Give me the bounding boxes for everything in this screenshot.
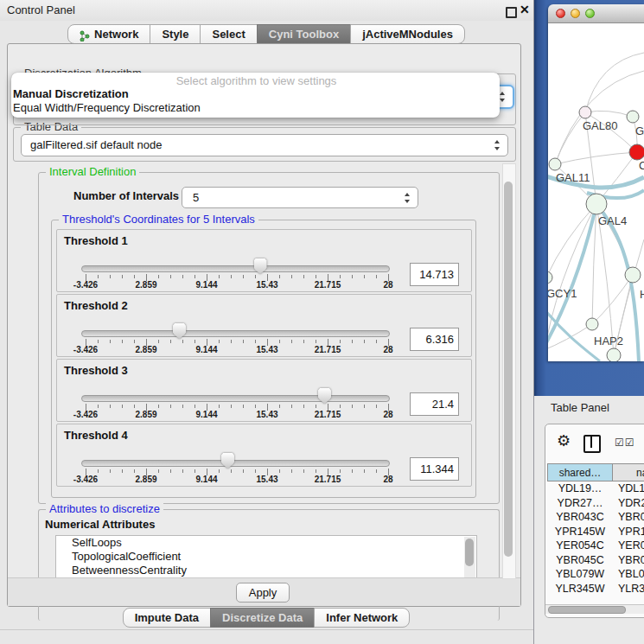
attribute-item-topologicalcoefficient[interactable]: TopologicalCoefficient [56,550,476,564]
slider-thumb-shape [254,258,267,274]
slider-track[interactable] [81,330,390,337]
attribute-item-selfloops[interactable]: SelfLoops [56,536,476,550]
network-node-gcy1[interactable] [548,271,552,284]
apply-bar: Apply [8,577,520,606]
tab-label: Cyni Toolbox [269,25,339,43]
tick-mark [158,469,159,473]
mac-minimize-button[interactable] [571,9,580,18]
scrollbar-thumb[interactable] [548,606,626,614]
table-row[interactable]: YLR345WYLR3 [545,583,644,596]
threshold-value-field[interactable]: 6.316 [410,328,459,351]
checkboxes-icon[interactable]: ☑☑ [615,437,635,449]
tick-mark [243,469,244,473]
mac-close-button[interactable] [556,9,565,18]
table-row[interactable]: YBL079WYBL0 [545,568,644,583]
columns-icon[interactable] [583,435,601,453]
interval-definition-title: Interval Definition [46,165,139,179]
table-row[interactable]: YBR043CYBR0 [545,511,644,526]
cell-name: YER0 [618,539,644,552]
tick-mark [170,469,171,473]
threshold-value-field[interactable]: 11.344 [410,457,459,481]
slider-thumb-shape [221,453,234,469]
panel-scrollbar[interactable] [502,163,516,579]
table-row[interactable]: YPR145WYPR1 [545,526,644,540]
tab-label: Impute Data [135,609,199,627]
tick-mark [182,275,183,278]
tick-mark [291,405,292,408]
attribute-item-betweennesscentrality[interactable]: BetweennessCentrality [56,564,476,577]
tick-label: 21.715 [306,345,349,354]
table-hscrollbar[interactable] [545,604,644,614]
tick-mark [291,340,292,343]
slider-thumb[interactable] [221,453,234,469]
tick-mark [279,340,280,343]
threshold-value-field[interactable]: 21.4 [410,392,459,416]
close-icon[interactable]: ✕ [520,3,530,16]
numerical-attributes-list[interactable]: SelfLoopsTopologicalCoefficientBetweenne… [55,535,477,579]
table-data-combobox[interactable]: galFiltered.sif default node [21,134,508,156]
tick-label: -3.426 [64,280,107,290]
tab-bottom-impute-data[interactable]: Impute Data [123,608,211,628]
tab-bottom-infer-network[interactable]: Infer Network [314,608,410,628]
threshold-box-2: Threshold 2-3.4262.8599.14415.4321.71528… [56,294,472,357]
tick-label: 15.43 [245,475,289,484]
slider-track[interactable] [81,460,390,467]
combo-arrows-icon [500,92,506,102]
tab-top-cyni-toolbox[interactable]: Cyni Toolbox [257,24,351,44]
network-node-c[interactable] [629,144,644,160]
tick-mark [134,405,135,408]
tab-top-network[interactable]: Network [67,24,150,44]
slider-track[interactable] [81,265,390,272]
tab-top-select[interactable]: Select [200,24,257,44]
threshold-value-field[interactable]: 14.713 [410,263,459,286]
tab-top-style[interactable]: Style [150,24,201,44]
cell-shared-name: YDL19… [547,482,613,494]
network-node-gal80[interactable] [579,106,591,118]
tick-mark [376,275,377,278]
network-node-gal4[interactable] [586,194,607,214]
slider-thumb[interactable] [254,258,267,274]
column-header-name[interactable]: na [612,463,644,481]
tick-mark [231,340,232,343]
tick-mark [219,340,220,343]
tick-label: 2.859 [124,280,168,290]
threshold-label: Threshold 3 [64,364,128,377]
tab-top-jactivemnodules[interactable]: jActiveMNodules [350,24,465,44]
float-window-icon[interactable] [506,7,517,18]
network-node-h[interactable] [625,267,641,283]
number-of-intervals-value: 5 [193,188,199,207]
network-node-gal11[interactable] [549,158,561,170]
table-row[interactable]: YDL19…YDL1 [545,482,644,497]
tick-mark [340,340,341,343]
table-row[interactable]: YBR045CYBR0 [545,554,644,569]
popup-item-equal-width-frequency-discretization[interactable]: Equal Width/Frequency Discretization [13,101,500,115]
network-node-hap2[interactable] [586,318,598,330]
network-node[interactable] [607,348,621,361]
table-row[interactable]: YDR27…YDR2 [545,497,644,512]
tick-mark [243,275,244,278]
tick-label: 15.43 [245,345,289,354]
apply-button[interactable]: Apply [236,583,290,603]
network-canvas[interactable]: GAL80GACGAL11GAL4HGCY1HAP2 [548,23,644,361]
popup-item-manual-discretization[interactable]: Manual Discretization [13,87,500,101]
number-of-intervals-combobox[interactable]: 5 [182,187,418,208]
gear-icon[interactable]: ⚙ [557,431,571,450]
scrollbar-thumb[interactable] [504,182,513,557]
mac-zoom-button[interactable] [585,9,595,18]
slider-track[interactable] [81,395,390,402]
cell-shared-name: YBL079W [547,568,613,580]
node-label-gcy1: GCY1 [548,287,577,300]
slider-thumb[interactable] [173,323,186,339]
column-header-shared-name[interactable]: shared… [547,463,613,481]
attributes-scrollbar[interactable] [464,537,475,577]
scrollbar-thumb[interactable] [465,539,474,566]
threshold-box-1: Threshold 1-3.4262.8599.14415.4321.71528… [56,229,472,292]
cell-name: YBL0 [618,568,644,580]
tick-mark [364,405,365,408]
tick-label: 21.715 [306,410,349,419]
tab-bottom-discretize-data[interactable]: Discretize Data [210,608,315,628]
tick-mark [170,275,171,278]
table-row[interactable]: YER054CYER0 [545,539,644,554]
network-node-ga[interactable] [627,111,639,123]
slider-thumb[interactable] [318,388,331,404]
